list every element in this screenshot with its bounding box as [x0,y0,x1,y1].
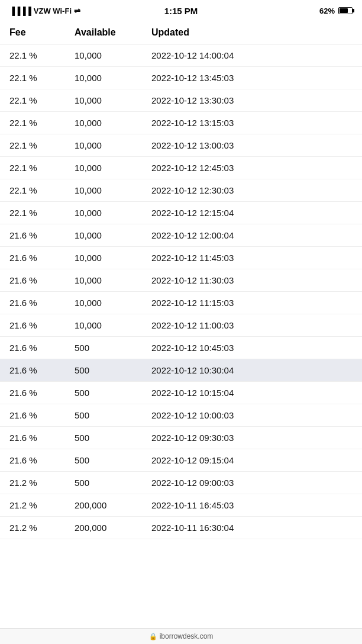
table-row: 22.1 %10,0002022-10-12 13:30:03 [0,89,362,112]
cell-updated: 2022-10-12 11:30:03 [142,269,362,292]
table-row: 21.6 %5002022-10-12 09:30:03 [0,427,362,449]
status-left: ▐▐▐▐ VZW Wi-Fi ⇌ [9,7,80,15]
cell-fee: 21.6 % [0,404,65,427]
cell-updated: 2022-10-12 12:00:04 [142,224,362,247]
cell-fee: 21.6 % [0,269,65,292]
cell-available: 10,000 [65,202,142,224]
table-row: 21.6 %5002022-10-12 10:45:03 [0,337,362,359]
cell-fee: 21.2 % [0,494,65,517]
cell-updated: 2022-10-12 13:15:03 [142,112,362,134]
cell-fee: 21.6 % [0,337,65,359]
data-table-container: Fee Available Updated 22.1 %10,0002022-1… [0,21,362,539]
cell-updated: 2022-10-11 16:45:03 [142,494,362,517]
table-row: 21.6 %10,0002022-10-12 12:00:04 [0,224,362,247]
cell-updated: 2022-10-12 09:15:04 [142,449,362,472]
cell-fee: 22.1 % [0,202,65,224]
cell-updated: 2022-10-12 14:00:04 [142,44,362,67]
cell-available: 200,000 [65,494,142,517]
cell-available: 10,000 [65,314,142,337]
cell-available: 10,000 [65,269,142,292]
table-row: 22.1 %10,0002022-10-12 12:45:03 [0,157,362,179]
table-header: Fee Available Updated [0,21,362,44]
cell-available: 200,000 [65,517,142,539]
cell-updated: 2022-10-12 13:30:03 [142,89,362,112]
cell-updated: 2022-10-12 09:00:03 [142,472,362,494]
table-row: 21.6 %5002022-10-12 10:15:04 [0,382,362,404]
cell-available: 500 [65,449,142,472]
table-row: 21.6 %5002022-10-12 09:15:04 [0,449,362,472]
cell-fee: 22.1 % [0,44,65,67]
cell-updated: 2022-10-12 10:00:03 [142,404,362,427]
cell-available: 10,000 [65,112,142,134]
wifi-icon: ⇌ [74,7,80,15]
cell-fee: 21.6 % [0,449,65,472]
cell-updated: 2022-10-11 16:30:04 [142,517,362,539]
col-header-updated: Updated [142,21,362,44]
cell-updated: 2022-10-12 09:30:03 [142,427,362,449]
cell-fee: 21.6 % [0,292,65,314]
data-table: Fee Available Updated 22.1 %10,0002022-1… [0,21,362,539]
cell-fee: 22.1 % [0,157,65,179]
table-row: 21.2 %5002022-10-12 09:00:03 [0,472,362,494]
cell-updated: 2022-10-12 11:45:03 [142,247,362,269]
table-row: 22.1 %10,0002022-10-12 12:30:03 [0,179,362,202]
cell-available: 10,000 [65,247,142,269]
table-row: 21.6 %5002022-10-12 10:00:03 [0,404,362,427]
lock-icon: 🔒 [149,633,157,640]
cell-available: 10,000 [65,89,142,112]
cell-available: 10,000 [65,67,142,89]
cell-updated: 2022-10-12 10:45:03 [142,337,362,359]
cell-available: 500 [65,472,142,494]
footer-text: iborrowdesk.com [160,632,214,640]
footer: 🔒 iborrowdesk.com [0,628,362,644]
cell-updated: 2022-10-12 11:15:03 [142,292,362,314]
battery-icon [338,7,353,14]
cell-available: 10,000 [65,292,142,314]
cell-fee: 22.1 % [0,89,65,112]
cell-updated: 2022-10-12 10:15:04 [142,382,362,404]
cell-updated: 2022-10-12 13:00:03 [142,134,362,157]
table-body: 22.1 %10,0002022-10-12 14:00:0422.1 %10,… [0,44,362,539]
cell-available: 500 [65,427,142,449]
table-row: 21.6 %10,0002022-10-12 11:45:03 [0,247,362,269]
table-row: 21.6 %5002022-10-12 10:30:04 [0,359,362,382]
cell-available: 500 [65,404,142,427]
table-row: 22.1 %10,0002022-10-12 12:15:04 [0,202,362,224]
cell-fee: 21.6 % [0,224,65,247]
cell-available: 500 [65,337,142,359]
table-row: 22.1 %10,0002022-10-12 13:15:03 [0,112,362,134]
cell-available: 10,000 [65,44,142,67]
status-time: 1:15 PM [164,6,198,16]
cell-available: 10,000 [65,224,142,247]
cell-updated: 2022-10-12 12:45:03 [142,157,362,179]
table-row: 21.2 %200,0002022-10-11 16:30:04 [0,517,362,539]
table-row: 21.6 %10,0002022-10-12 11:15:03 [0,292,362,314]
cell-fee: 22.1 % [0,67,65,89]
battery-percentage: 62% [319,7,335,15]
cell-fee: 21.6 % [0,382,65,404]
col-header-available: Available [65,21,142,44]
table-row: 21.6 %10,0002022-10-12 11:00:03 [0,314,362,337]
table-row: 21.2 %200,0002022-10-11 16:45:03 [0,494,362,517]
cell-fee: 21.6 % [0,247,65,269]
cell-available: 500 [65,359,142,382]
status-right: 62% [319,7,353,15]
cell-fee: 21.6 % [0,359,65,382]
cell-available: 10,000 [65,179,142,202]
cell-fee: 22.1 % [0,134,65,157]
cell-fee: 22.1 % [0,112,65,134]
col-header-fee: Fee [0,21,65,44]
carrier-label: VZW Wi-Fi [34,7,72,15]
cell-updated: 2022-10-12 13:45:03 [142,67,362,89]
cell-fee: 21.2 % [0,472,65,494]
cell-fee: 21.2 % [0,517,65,539]
status-bar: ▐▐▐▐ VZW Wi-Fi ⇌ 1:15 PM 62% [0,0,362,21]
cell-available: 10,000 [65,134,142,157]
cell-fee: 21.6 % [0,314,65,337]
cell-available: 500 [65,382,142,404]
table-row: 22.1 %10,0002022-10-12 13:00:03 [0,134,362,157]
cell-updated: 2022-10-12 12:15:04 [142,202,362,224]
cell-updated: 2022-10-12 11:00:03 [142,314,362,337]
cell-fee: 22.1 % [0,179,65,202]
cell-updated: 2022-10-12 12:30:03 [142,179,362,202]
